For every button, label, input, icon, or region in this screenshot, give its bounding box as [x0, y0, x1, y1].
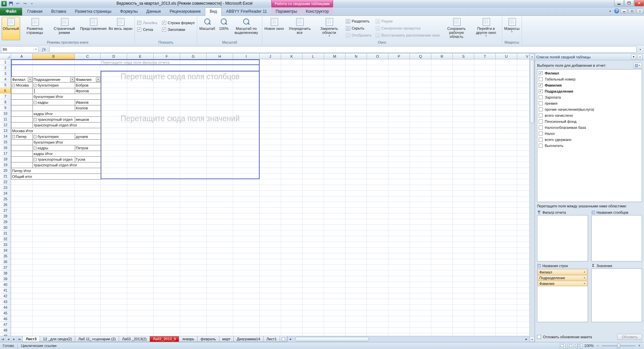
dropdown-icon[interactable]: ▼ [584, 277, 586, 279]
view-page-break-button[interactable] [576, 343, 582, 348]
sheet-tab-март[interactable]: март [219, 336, 234, 342]
ribbon-button-Представления[interactable]: Представления [79, 17, 108, 40]
tab-Вставка[interactable]: Вставка [47, 8, 71, 15]
row-header-43[interactable]: 43 [0, 299, 11, 305]
column-header-J[interactable]: J [260, 54, 281, 59]
field-item-Налогооблагаемая база[interactable]: Налогооблагаемая база [538, 124, 641, 131]
pivot-cell[interactable]: бухгалтерия Итог [33, 140, 101, 145]
row-header-47[interactable]: 47 [0, 322, 11, 328]
ribbon-button-Разметка страницы[interactable]: Разметка страницы [20, 17, 50, 40]
scroll-up-icon[interactable]: ▲ [530, 54, 535, 59]
field-checkbox-icon[interactable] [539, 95, 543, 99]
field-item-прочие начисления(выслуга)[interactable]: прочие начисления(выслуга) [538, 106, 641, 112]
ribbon-button-Страничный режим[interactable]: Страничный режим [50, 17, 79, 40]
pivot-cell[interactable]: Иванов [75, 100, 101, 105]
filter-dropdown-icon[interactable]: ▼ [96, 78, 100, 82]
undo-button[interactable]: ↩ [15, 1, 21, 6]
row-header-3[interactable]: 3 [0, 71, 11, 77]
field-checkbox-icon[interactable]: ✓ [539, 71, 543, 75]
zoom-in-button[interactable]: + [637, 343, 641, 348]
ribbon-button-Обычный[interactable]: Обычный [2, 17, 20, 40]
pivot-cell[interactable]: -транспортный отдел [33, 117, 75, 122]
tab-Параметры[interactable]: Параметры [271, 8, 302, 15]
scroll-down-icon[interactable]: ▼ [530, 337, 535, 342]
vertical-scroll-track[interactable] [530, 59, 535, 337]
collapse-icon[interactable]: - [34, 84, 37, 87]
field-checkbox-icon[interactable] [539, 77, 543, 81]
row-header-45[interactable]: 45 [0, 310, 11, 316]
row-header-24[interactable]: 24 [0, 191, 11, 196]
pivot-field-header-Фамилия[interactable]: Фамилия▼ [75, 77, 101, 83]
pivot-cell[interactable]: транспортный отдел Итог [33, 162, 101, 168]
redo-button[interactable]: ↪ [22, 1, 28, 6]
row-header-48[interactable]: 48 [0, 328, 11, 333]
ribbon-button-Перейти в другое окно[interactable]: Перейти в другое окно▼ [471, 17, 501, 40]
tab-Данные[interactable]: Данные [142, 8, 165, 15]
field-item-Табельный номер[interactable]: Табельный номер [538, 76, 641, 82]
ribbon-button-Разделить[interactable]: Разделить [345, 18, 373, 24]
row-header-39[interactable]: 39 [0, 276, 11, 282]
checkbox-Линейка[interactable]: ✓Линейка [137, 19, 157, 26]
area-box-Названия столбцов[interactable] [591, 215, 642, 261]
pivot-cell[interactable]: бухгалтерия Итог [33, 94, 101, 100]
minimize-button[interactable] [614, 0, 624, 6]
sheet-tab-Лист3[interactable]: Лист3 [22, 336, 40, 342]
collapse-icon[interactable]: - [34, 101, 37, 104]
row-header-23[interactable]: 23 [0, 185, 11, 191]
row-header-5[interactable]: 5 [0, 82, 11, 88]
tab-first-icon[interactable]: |◀ [0, 336, 6, 342]
formula-input[interactable] [49, 46, 637, 53]
area-field-Филиал[interactable]: Филиал▼ [538, 269, 587, 275]
field-item-Фамилия[interactable]: ✓Фамилия [538, 82, 641, 88]
pivot-cell[interactable]: -кадры [33, 100, 75, 105]
pivot-cell[interactable] [11, 145, 33, 151]
field-checkbox-icon[interactable] [539, 107, 543, 111]
select-all-corner[interactable] [0, 54, 11, 59]
field-checkbox-icon[interactable] [539, 138, 543, 142]
update-button[interactable]: Обновить [617, 334, 642, 340]
pivot-cell[interactable]: -Москва [11, 83, 33, 88]
horizontal-scroll-thumb[interactable] [295, 337, 369, 341]
row-header-46[interactable]: 46 [0, 316, 11, 322]
collapse-icon[interactable]: - [34, 118, 37, 121]
pivot-cell[interactable] [11, 94, 33, 100]
row-header-2[interactable]: 2 [0, 65, 11, 71]
pivot-cell[interactable] [11, 88, 33, 94]
row-header-29[interactable]: 29 [0, 219, 11, 225]
collapse-icon[interactable]: - [34, 158, 37, 161]
pivot-cell[interactable]: -бухгалтерия [33, 83, 75, 88]
field-item-Филиал[interactable]: ✓Филиал [538, 70, 641, 76]
column-header-L[interactable]: L [303, 54, 324, 59]
row-header-32[interactable]: 32 [0, 236, 11, 242]
column-header-N[interactable]: N [345, 54, 367, 59]
field-checkbox-icon[interactable] [539, 144, 543, 148]
pivot-cell[interactable]: кадры Итог [33, 151, 101, 157]
sheet-tab-Лаб 11_+сценарии (2)[interactable]: Лаб 11_+сценарии (2) [75, 336, 119, 342]
column-header-D[interactable]: D [101, 54, 127, 59]
field-item-всего удержано[interactable]: всего удержано [538, 137, 641, 143]
field-item-Подразделение[interactable]: ✓Подразделение [538, 88, 641, 94]
tab-prev-icon[interactable]: ◀ [6, 336, 11, 342]
column-header-S[interactable]: S [453, 54, 474, 59]
ribbon-button-Упорядочить все[interactable]: Упорядочить все [285, 17, 314, 40]
column-header-P[interactable]: P [388, 54, 410, 59]
ribbon-button-Рядом[interactable]: Рядом [375, 18, 441, 24]
tab-Файл[interactable]: Файл [0, 8, 22, 15]
pivot-field-header-Подразделение[interactable]: Подразделение▼ [33, 77, 75, 83]
qat-customize-icon[interactable]: ▼ [29, 1, 35, 6]
tab-ABBYY FineReader 11[interactable]: ABBYY FineReader 11 [222, 8, 271, 15]
row-header-14[interactable]: 14 [0, 134, 11, 139]
column-header-B[interactable]: B [33, 54, 75, 59]
row-header-41[interactable]: 41 [0, 288, 11, 293]
field-checkbox-icon[interactable]: ✓ [539, 83, 543, 87]
column-header-K[interactable]: K [281, 54, 303, 59]
tab-Разметка страницы[interactable]: Разметка страницы [70, 8, 116, 15]
view-normal-button[interactable] [559, 343, 566, 348]
row-header-4[interactable]: 4 [0, 77, 11, 82]
workbook-restore-button[interactable] [629, 9, 635, 13]
sheet-tab-февраль[interactable]: февраль [197, 336, 219, 342]
row-header-31[interactable]: 31 [0, 231, 11, 236]
ribbon-button-Восстановить расположение окна[interactable]: Восстановить расположение окна [375, 32, 441, 39]
scroll-left-icon[interactable]: ◀ [287, 338, 293, 341]
pivot-filter-drop-zone[interactable]: Перетащите сюда поля фильтра отчета [11, 59, 260, 65]
